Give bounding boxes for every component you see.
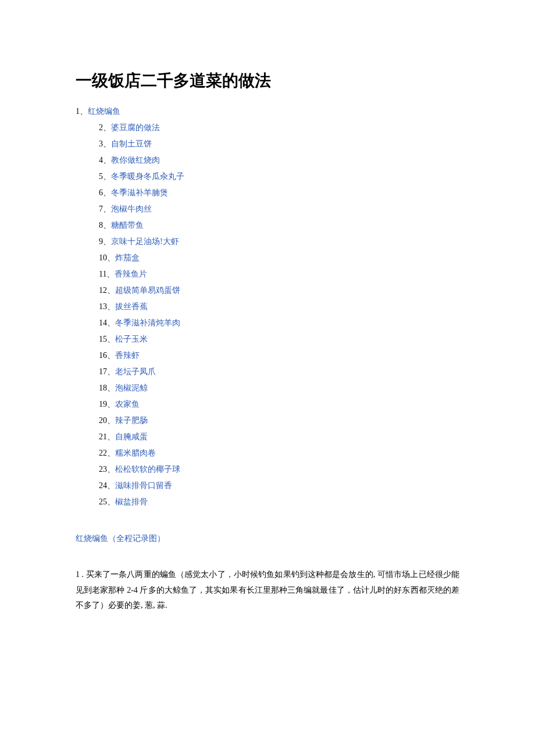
toc-item-link[interactable]: 椒盐排骨 <box>115 497 148 506</box>
toc-list: 2、婆豆腐的做法 3、自制土豆饼 4、教你做红烧肉 5、冬季暖身冬瓜汆丸子 6、… <box>99 120 459 510</box>
toc-item-link[interactable]: 辣子肥肠 <box>115 416 148 425</box>
toc-item-20: 20、辣子肥肠 <box>99 413 459 429</box>
toc-item-number: 17、 <box>99 367 115 376</box>
toc-item-number: 11、 <box>99 270 115 278</box>
toc-item-link[interactable]: 教你做红烧肉 <box>111 156 160 164</box>
toc-item-9: 9、京味十足油场!大虾 <box>99 234 459 250</box>
toc-item-link[interactable]: 自制土豆饼 <box>111 139 152 148</box>
toc-item-25: 25、椒盐排骨 <box>99 494 459 510</box>
toc-item-16: 16、香辣虾 <box>99 347 459 364</box>
toc-item-23: 23、松松软软的椰子球 <box>99 461 459 478</box>
toc-item-number: 25、 <box>99 497 115 506</box>
toc-item-10: 10、炸茄盒 <box>99 250 459 266</box>
toc-item-number: 13、 <box>99 302 115 311</box>
toc-item-link[interactable]: 农家鱼 <box>115 400 140 409</box>
toc-item-number: 1、 <box>76 107 88 116</box>
toc-item-link[interactable]: 香辣鱼片 <box>115 270 147 278</box>
toc-item-link[interactable]: 松子玉米 <box>115 335 148 343</box>
toc-item-number: 12、 <box>99 286 115 295</box>
toc-item-18: 18、泡椒泥鲸 <box>99 380 459 396</box>
body-paragraph: 1 . 买来了一条八两重的蝙鱼（感觉太小了，小时候钓鱼如果钓到这种都是会放生的,… <box>76 567 459 614</box>
toc-item-link[interactable]: 自腌咸蛋 <box>115 432 148 441</box>
toc-item-link[interactable]: 冬季暖身冬瓜汆丸子 <box>111 172 184 181</box>
toc-item-number: 19、 <box>99 400 115 409</box>
toc-item-number: 4、 <box>99 156 111 164</box>
toc-item-number: 20、 <box>99 416 115 425</box>
toc-item-link[interactable]: 京味十足油场!大虾 <box>111 237 179 246</box>
toc-item-link[interactable]: 冬季滋补羊腩煲 <box>111 188 168 197</box>
toc-item-number: 22、 <box>99 449 115 457</box>
toc-item-8: 8、糖醋带鱼 <box>99 217 459 234</box>
toc-item-link[interactable]: 红烧编鱼 <box>88 107 120 116</box>
toc-item-number: 15、 <box>99 335 115 343</box>
toc-item-17: 17、老坛子凤爪 <box>99 364 459 380</box>
toc-item-13: 13、拔丝香蕉 <box>99 299 459 315</box>
toc-item-number: 6、 <box>99 188 111 197</box>
toc-item-link[interactable]: 滋味排骨口留香 <box>115 481 172 490</box>
toc-item-number: 24、 <box>99 481 115 490</box>
toc-item-5: 5、冬季暖身冬瓜汆丸子 <box>99 169 459 185</box>
toc-item-link[interactable]: 香辣虾 <box>115 351 140 360</box>
toc-item-number: 18、 <box>99 384 115 392</box>
toc-item-6: 6、冬季滋补羊腩煲 <box>99 185 459 201</box>
toc-item-number: 23、 <box>99 465 115 474</box>
toc-item-number: 7、 <box>99 205 111 213</box>
toc-item-link[interactable]: 拔丝香蕉 <box>115 302 148 311</box>
toc-item-3: 3、自制土豆饼 <box>99 136 459 152</box>
toc-item-21: 21、自腌咸蛋 <box>99 429 459 445</box>
toc-item-link[interactable]: 糯米腊肉卷 <box>115 449 156 457</box>
toc-item-14: 14、冬季滋补清炖羊肉 <box>99 315 459 331</box>
toc-item-22: 22、糯米腊肉卷 <box>99 445 459 461</box>
page-title: 一级饭店二千多道菜的做法 <box>76 70 459 92</box>
toc-item-2: 2、婆豆腐的做法 <box>99 120 459 136</box>
toc-item-number: 3、 <box>99 139 111 148</box>
toc-item-number: 10、 <box>99 253 115 262</box>
toc-item-number: 16、 <box>99 351 115 360</box>
toc-item-15: 15、松子玉米 <box>99 331 459 347</box>
toc-item-link[interactable]: 泡椒泥鲸 <box>115 384 148 392</box>
toc-item-number: 21、 <box>99 432 115 441</box>
toc-item-7: 7、泡椒牛肉丝 <box>99 201 459 217</box>
toc-item-link[interactable]: 超级简单易鸡蛋饼 <box>115 286 180 295</box>
toc-item-number: 9、 <box>99 237 111 246</box>
toc-item-number: 8、 <box>99 221 111 230</box>
toc-item-19: 19、农家鱼 <box>99 396 459 413</box>
toc-item-link[interactable]: 糖醋带鱼 <box>111 221 144 230</box>
toc-item-link[interactable]: 老坛子凤爪 <box>115 367 156 376</box>
toc-item-number: 5、 <box>99 172 111 181</box>
toc-item-number: 2、 <box>99 123 111 132</box>
toc-item-link[interactable]: 泡椒牛肉丝 <box>111 205 152 213</box>
toc-item-link[interactable]: 冬季滋补清炖羊肉 <box>115 318 180 327</box>
toc-item-24: 24、滋味排骨口留香 <box>99 478 459 494</box>
toc-item-number: 14、 <box>99 318 115 327</box>
toc-item-4: 4、教你做红烧肉 <box>99 152 459 169</box>
section-heading[interactable]: 红烧编鱼（全程记录图） <box>76 533 459 544</box>
toc-item-link[interactable]: 松松软软的椰子球 <box>115 465 180 474</box>
toc-item-11: 11、香辣鱼片 <box>99 266 459 282</box>
toc-item-1: 1、红烧编鱼 <box>76 103 459 120</box>
toc-item-link[interactable]: 炸茄盒 <box>115 253 140 262</box>
toc-item-12: 12、超级简单易鸡蛋饼 <box>99 282 459 299</box>
toc-item-link[interactable]: 婆豆腐的做法 <box>111 123 160 132</box>
